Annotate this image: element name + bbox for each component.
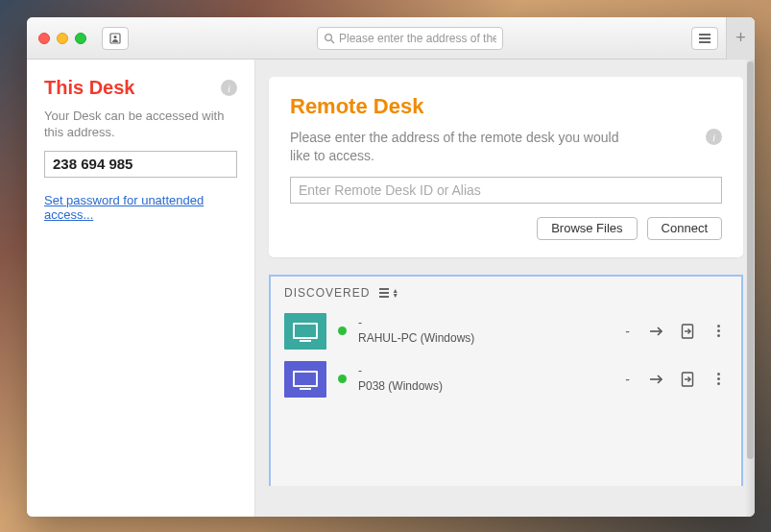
connect-arrow-button[interactable] [647,325,666,338]
window-controls [38,33,86,44]
host-name: P038 (Windows) [358,379,443,395]
monitor-icon [293,323,318,339]
titlebar: + [27,17,755,60]
discovered-row[interactable]: - P038 (Windows) - [271,355,741,403]
address-book-button[interactable] [102,27,129,50]
this-desk-address-field[interactable] [44,151,237,178]
close-window-button[interactable] [38,33,50,44]
kebab-icon [717,325,720,337]
app-window: + This Desk i Your Desk can be accessed … [27,17,755,517]
host-mark: - [625,372,630,387]
remote-desk-title: Remote Desk [290,94,636,119]
info-icon: i [712,132,715,143]
host-thumbnail [284,361,326,398]
status-indicator [338,326,347,335]
status-indicator [338,375,347,383]
remote-desk-info-button[interactable]: i [706,129,722,145]
search-icon [324,33,335,44]
file-transfer-button[interactable] [678,372,697,387]
info-icon: i [228,83,230,94]
hamburger-icon [699,34,711,43]
remote-desk-subtitle: Please enter the address of the remote d… [290,129,636,165]
discovered-heading: DISCOVERED [284,286,370,300]
address-search[interactable] [317,27,503,50]
this-desk-subtitle: Your Desk can be accessed with this addr… [44,109,237,141]
scrollbar[interactable] [746,61,754,513]
kebab-icon [717,373,720,385]
discovered-list: - RAHUL-PC (Windows) - - P03 [271,307,741,403]
monitor-icon [293,371,318,387]
svg-line-3 [331,40,334,43]
new-tab-button[interactable]: + [726,17,755,60]
zoom-window-button[interactable] [75,33,86,44]
remote-desk-input[interactable] [290,177,722,204]
file-arrow-icon [681,372,694,387]
remote-desk-card: Remote Desk Please enter the address of … [269,77,743,257]
host-name: RAHUL-PC (Windows) [358,331,474,347]
sort-icon: ▲▼ [392,288,399,298]
this-desk-info-button[interactable]: i [221,80,237,96]
this-desk-panel: This Desk i Your Desk can be accessed wi… [27,60,255,517]
browse-files-button[interactable]: Browse Files [537,217,637,240]
discovered-panel: DISCOVERED ▲▼ - RAHUL-PC (Windows) - [269,275,743,486]
arrow-right-icon [649,373,664,386]
host-label: - RAHUL-PC (Windows) [358,316,474,346]
connect-arrow-button[interactable] [647,373,666,386]
row-menu-button[interactable] [709,325,728,337]
file-transfer-button[interactable] [678,324,697,339]
view-sort-toggle[interactable]: ▲▼ [379,288,399,298]
address-book-icon [109,33,121,44]
host-thumbnail [284,313,326,350]
host-alias: - [358,364,443,379]
svg-point-2 [325,34,332,40]
main-panel: Remote Desk Please enter the address of … [255,60,755,517]
address-search-input[interactable] [339,32,496,45]
content-body: This Desk i Your Desk can be accessed wi… [27,60,755,517]
connect-button[interactable]: Connect [647,217,722,240]
arrow-right-icon [649,325,664,338]
host-alias: - [358,316,474,331]
set-password-link[interactable]: Set password for unattended access... [44,193,237,222]
this-desk-title: This Desk [44,77,134,99]
row-menu-button[interactable] [709,373,728,385]
plus-icon: + [735,28,746,48]
host-mark: - [625,324,630,339]
discovered-row[interactable]: - RAHUL-PC (Windows) - [271,307,741,355]
host-label: - P038 (Windows) [358,364,443,394]
minimize-window-button[interactable] [57,33,68,44]
menu-button[interactable] [691,27,718,50]
list-icon [379,288,389,298]
file-arrow-icon [681,324,694,339]
svg-point-1 [113,36,116,38]
scrollbar-thumb[interactable] [747,61,754,459]
